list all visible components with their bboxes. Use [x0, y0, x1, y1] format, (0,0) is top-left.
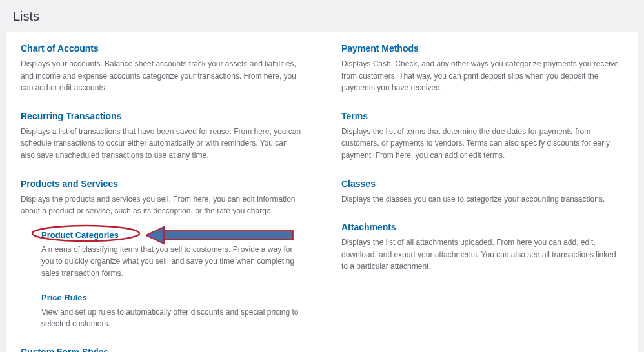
desc-price-rules: View and set up rules to automatically o… — [41, 306, 303, 330]
link-recurring-transactions[interactable]: Recurring Transactions — [21, 111, 303, 121]
desc-products-services: Displays the products and services you s… — [21, 193, 303, 217]
link-classes[interactable]: Classes — [341, 179, 623, 189]
section-chart-of-accounts: Chart of Accounts Displays your accounts… — [21, 43, 303, 94]
desc-terms: Displays the list of terms that determin… — [341, 126, 623, 162]
subsection-product-categories: Product Categories A means of classifyin… — [41, 230, 303, 280]
left-column: Chart of Accounts Displays your accounts… — [21, 43, 303, 352]
link-price-rules[interactable]: Price Rules — [41, 293, 303, 302]
link-terms[interactable]: Terms — [341, 111, 623, 121]
desc-product-categories: A means of classifying items that you se… — [41, 244, 303, 280]
right-column: Payment Methods Displays Cash, Check, an… — [341, 43, 623, 352]
subsection-price-rules: Price Rules View and set up rules to aut… — [41, 293, 303, 330]
link-product-categories[interactable]: Product Categories — [41, 230, 303, 240]
section-custom-form-styles: Custom Form Styles Customize your sales … — [21, 347, 303, 352]
link-products-services[interactable]: Products and Services — [21, 179, 303, 189]
desc-chart-of-accounts: Displays your accounts. Balance sheet ac… — [21, 58, 303, 94]
link-custom-form-styles[interactable]: Custom Form Styles — [21, 347, 303, 352]
section-terms: Terms Displays the list of terms that de… — [341, 111, 623, 162]
section-classes: Classes Displays the classes you can use… — [341, 179, 623, 206]
desc-attachments: Displays the list of all attachments upl… — [341, 237, 623, 273]
link-attachments[interactable]: Attachments — [341, 222, 623, 232]
link-chart-of-accounts[interactable]: Chart of Accounts — [21, 43, 303, 54]
section-recurring-transactions: Recurring Transactions Displays a list o… — [21, 111, 303, 162]
section-attachments: Attachments Displays the list of all att… — [341, 222, 623, 273]
desc-classes: Displays the classes you can use to cate… — [341, 193, 623, 206]
desc-payment-methods: Displays Cash, Check, and any other ways… — [341, 58, 623, 94]
desc-recurring-transactions: Displays a list of transactions that hav… — [21, 126, 303, 162]
section-products-services: Products and Services Displays the produ… — [21, 179, 303, 330]
lists-container: Chart of Accounts Displays your accounts… — [6, 32, 638, 352]
page-title: Lists — [0, 0, 644, 32]
link-payment-methods[interactable]: Payment Methods — [341, 43, 623, 54]
section-payment-methods: Payment Methods Displays Cash, Check, an… — [341, 43, 623, 94]
